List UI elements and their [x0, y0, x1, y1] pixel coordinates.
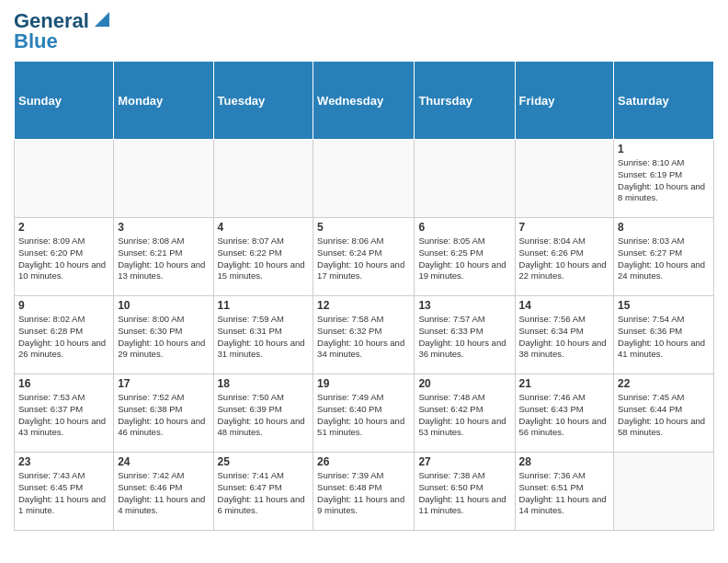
day-info: Sunrise: 7:45 AM Sunset: 6:44 PM Dayligh… [618, 392, 710, 439]
page-header: General Blue [14, 9, 714, 53]
day-info: Sunrise: 7:49 AM Sunset: 6:40 PM Dayligh… [317, 392, 410, 439]
calendar-cell [313, 140, 415, 218]
calendar-cell: 28Sunrise: 7:36 AM Sunset: 6:51 PM Dayli… [515, 453, 614, 531]
day-number: 24 [118, 455, 209, 468]
svg-marker-0 [95, 12, 109, 27]
day-info: Sunrise: 7:41 AM Sunset: 6:47 PM Dayligh… [218, 470, 310, 517]
calendar-cell: 15Sunrise: 7:54 AM Sunset: 6:36 PM Dayli… [614, 296, 714, 374]
day-number: 26 [317, 455, 410, 468]
calendar-cell: 21Sunrise: 7:46 AM Sunset: 6:43 PM Dayli… [515, 374, 614, 453]
day-info: Sunrise: 7:46 AM Sunset: 6:43 PM Dayligh… [519, 392, 610, 439]
day-info: Sunrise: 7:56 AM Sunset: 6:34 PM Dayligh… [519, 314, 610, 361]
day-number: 2 [18, 221, 109, 234]
calendar-cell: 24Sunrise: 7:42 AM Sunset: 6:46 PM Dayli… [114, 453, 213, 531]
day-number: 17 [118, 377, 209, 390]
day-number: 15 [618, 299, 710, 312]
day-info: Sunrise: 7:53 AM Sunset: 6:37 PM Dayligh… [18, 392, 109, 439]
day-info: Sunrise: 8:03 AM Sunset: 6:27 PM Dayligh… [618, 236, 710, 282]
day-number: 21 [519, 377, 610, 390]
day-number: 5 [317, 221, 410, 234]
calendar-cell: 11Sunrise: 7:59 AM Sunset: 6:31 PM Dayli… [213, 296, 313, 374]
logo-blue: Blue [14, 29, 111, 53]
calendar-header-row: SundayMondayTuesdayWednesdayThursdayFrid… [15, 62, 714, 140]
calendar-cell [614, 453, 714, 531]
day-info: Sunrise: 8:00 AM Sunset: 6:30 PM Dayligh… [118, 314, 209, 361]
calendar-cell: 23Sunrise: 7:43 AM Sunset: 6:45 PM Dayli… [15, 453, 114, 531]
weekday-header: Tuesday [213, 62, 313, 140]
day-info: Sunrise: 7:59 AM Sunset: 6:31 PM Dayligh… [218, 314, 310, 361]
day-number: 4 [218, 221, 310, 234]
day-number: 20 [418, 377, 510, 390]
day-info: Sunrise: 7:39 AM Sunset: 6:48 PM Dayligh… [317, 470, 410, 517]
calendar-cell: 3Sunrise: 8:08 AM Sunset: 6:21 PM Daylig… [114, 218, 213, 296]
calendar-cell: 12Sunrise: 7:58 AM Sunset: 6:32 PM Dayli… [313, 296, 415, 374]
calendar-cell: 18Sunrise: 7:50 AM Sunset: 6:39 PM Dayli… [213, 374, 313, 453]
weekday-header: Wednesday [313, 62, 415, 140]
day-info: Sunrise: 7:58 AM Sunset: 6:32 PM Dayligh… [317, 314, 410, 361]
calendar-cell: 7Sunrise: 8:04 AM Sunset: 6:26 PM Daylig… [515, 218, 614, 296]
day-info: Sunrise: 7:50 AM Sunset: 6:39 PM Dayligh… [218, 392, 310, 439]
day-number: 19 [317, 377, 410, 390]
day-number: 12 [317, 299, 410, 312]
day-number: 13 [418, 299, 510, 312]
day-info: Sunrise: 8:02 AM Sunset: 6:28 PM Dayligh… [18, 314, 109, 361]
calendar-cell [415, 140, 515, 218]
calendar-cell: 2Sunrise: 8:09 AM Sunset: 6:20 PM Daylig… [15, 218, 114, 296]
calendar-cell: 22Sunrise: 7:45 AM Sunset: 6:44 PM Dayli… [614, 374, 714, 453]
day-info: Sunrise: 7:57 AM Sunset: 6:33 PM Dayligh… [418, 314, 510, 361]
calendar-week-row: 1Sunrise: 8:10 AM Sunset: 6:19 PM Daylig… [15, 140, 714, 218]
day-info: Sunrise: 8:06 AM Sunset: 6:24 PM Dayligh… [317, 236, 410, 282]
weekday-header: Monday [114, 62, 213, 140]
day-info: Sunrise: 8:04 AM Sunset: 6:26 PM Dayligh… [519, 236, 610, 282]
calendar-cell [114, 140, 213, 218]
calendar-cell: 25Sunrise: 7:41 AM Sunset: 6:47 PM Dayli… [213, 453, 313, 531]
calendar-week-row: 16Sunrise: 7:53 AM Sunset: 6:37 PM Dayli… [15, 374, 714, 453]
logo: General Blue [14, 9, 111, 53]
calendar-cell: 8Sunrise: 8:03 AM Sunset: 6:27 PM Daylig… [614, 218, 714, 296]
day-number: 10 [118, 299, 209, 312]
day-number: 3 [118, 221, 209, 234]
calendar-cell [213, 140, 313, 218]
day-number: 25 [218, 455, 310, 468]
calendar-cell: 13Sunrise: 7:57 AM Sunset: 6:33 PM Dayli… [415, 296, 515, 374]
day-info: Sunrise: 7:48 AM Sunset: 6:42 PM Dayligh… [418, 392, 510, 439]
day-number: 22 [618, 377, 710, 390]
calendar-cell: 9Sunrise: 8:02 AM Sunset: 6:28 PM Daylig… [15, 296, 114, 374]
day-number: 6 [418, 221, 510, 234]
logo-arrow-icon [93, 10, 111, 29]
day-number: 18 [218, 377, 310, 390]
calendar-cell: 10Sunrise: 8:00 AM Sunset: 6:30 PM Dayli… [114, 296, 213, 374]
weekday-header: Sunday [15, 62, 114, 140]
day-info: Sunrise: 8:10 AM Sunset: 6:19 PM Dayligh… [618, 157, 710, 204]
calendar-cell: 4Sunrise: 8:07 AM Sunset: 6:22 PM Daylig… [213, 218, 313, 296]
day-info: Sunrise: 7:52 AM Sunset: 6:38 PM Dayligh… [118, 392, 209, 439]
day-number: 23 [18, 455, 109, 468]
day-number: 11 [218, 299, 310, 312]
calendar-cell: 26Sunrise: 7:39 AM Sunset: 6:48 PM Dayli… [313, 453, 415, 531]
calendar-cell: 14Sunrise: 7:56 AM Sunset: 6:34 PM Dayli… [515, 296, 614, 374]
day-number: 14 [519, 299, 610, 312]
day-info: Sunrise: 7:38 AM Sunset: 6:50 PM Dayligh… [418, 470, 510, 517]
day-info: Sunrise: 8:07 AM Sunset: 6:22 PM Dayligh… [218, 236, 310, 282]
day-number: 8 [618, 221, 710, 234]
weekday-header: Saturday [614, 62, 714, 140]
calendar-cell: 16Sunrise: 7:53 AM Sunset: 6:37 PM Dayli… [15, 374, 114, 453]
day-info: Sunrise: 7:42 AM Sunset: 6:46 PM Dayligh… [118, 470, 209, 517]
day-number: 9 [18, 299, 109, 312]
calendar-cell: 6Sunrise: 8:05 AM Sunset: 6:25 PM Daylig… [415, 218, 515, 296]
day-info: Sunrise: 7:54 AM Sunset: 6:36 PM Dayligh… [618, 314, 710, 361]
weekday-header: Thursday [415, 62, 515, 140]
calendar-week-row: 2Sunrise: 8:09 AM Sunset: 6:20 PM Daylig… [15, 218, 714, 296]
day-number: 7 [519, 221, 610, 234]
page-container: General Blue SundayMondayTuesdayWednesda… [0, 0, 728, 540]
weekday-header: Friday [515, 62, 614, 140]
day-info: Sunrise: 8:08 AM Sunset: 6:21 PM Dayligh… [118, 236, 209, 282]
day-info: Sunrise: 7:36 AM Sunset: 6:51 PM Dayligh… [519, 470, 610, 517]
calendar-table: SundayMondayTuesdayWednesdayThursdayFrid… [14, 61, 714, 531]
day-number: 28 [519, 455, 610, 468]
calendar-cell [15, 140, 114, 218]
day-number: 1 [618, 143, 710, 155]
calendar-week-row: 9Sunrise: 8:02 AM Sunset: 6:28 PM Daylig… [15, 296, 714, 374]
day-info: Sunrise: 7:43 AM Sunset: 6:45 PM Dayligh… [18, 470, 109, 517]
calendar-cell: 1Sunrise: 8:10 AM Sunset: 6:19 PM Daylig… [614, 140, 714, 218]
